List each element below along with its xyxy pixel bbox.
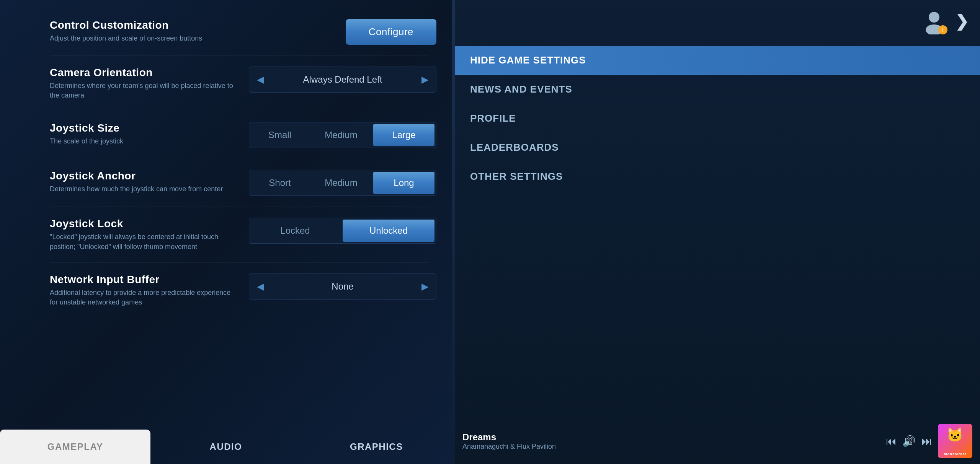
joystick-lock-title: Joystick Lock bbox=[50, 218, 249, 230]
camera-orientation-row: Camera Orientation Determines where your… bbox=[50, 56, 429, 111]
music-prev-button[interactable]: ⏮ bbox=[886, 435, 897, 448]
sidebar: ! ❯ HIDE GAME SETTINGS NEWS AND EVENTS P… bbox=[455, 0, 980, 464]
bottom-tabs: GAMEPLAY AUDIO GRAPHICS bbox=[0, 430, 452, 464]
joystick-anchor-long[interactable]: Long bbox=[373, 172, 434, 194]
joystick-anchor-short[interactable]: Short bbox=[249, 170, 310, 195]
network-input-buffer-desc: Additional latency to provide a more pre… bbox=[50, 288, 234, 307]
camera-orientation-prev[interactable] bbox=[249, 67, 271, 92]
joystick-size-small[interactable]: Small bbox=[249, 122, 310, 148]
monstercat-cat-icon: 🐱 bbox=[946, 427, 964, 443]
monstercat-logo-text: monstercat bbox=[944, 452, 967, 456]
sidebar-item-news-and-events[interactable]: NEWS AND EVENTS bbox=[455, 75, 980, 104]
music-controls: ⏮ 🔊 ⏭ bbox=[886, 435, 932, 448]
nav-forward-arrow[interactable]: ❯ bbox=[955, 12, 969, 31]
network-input-buffer-prev[interactable] bbox=[249, 274, 271, 299]
joystick-anchor-toggle: Short Medium Long bbox=[249, 170, 436, 196]
sidebar-item-hide-game-settings[interactable]: HIDE GAME SETTINGS bbox=[455, 46, 980, 75]
camera-orientation-next[interactable] bbox=[414, 67, 436, 92]
network-input-buffer-row: Network Input Buffer Additional latency … bbox=[50, 263, 429, 318]
music-title: Dreams bbox=[462, 432, 880, 443]
joystick-anchor-row: Joystick Anchor Determines how much the … bbox=[50, 159, 429, 207]
control-customization-title: Control Customization bbox=[50, 19, 249, 31]
joystick-size-toggle: Small Medium Large bbox=[249, 122, 436, 148]
notification-badge: ! bbox=[938, 25, 947, 34]
network-input-buffer-next[interactable] bbox=[414, 274, 436, 299]
sidebar-top: ! ❯ bbox=[455, 0, 980, 42]
camera-orientation-title: Camera Orientation bbox=[50, 67, 249, 79]
camera-orientation-desc: Determines where your team's goal will b… bbox=[50, 81, 234, 100]
joystick-lock-row: Joystick Lock "Locked" joystick will alw… bbox=[50, 207, 429, 262]
joystick-anchor-control: Short Medium Long bbox=[249, 170, 436, 196]
joystick-lock-desc: "Locked" joystick will always be centere… bbox=[50, 232, 234, 251]
joystick-size-control: Small Medium Large bbox=[249, 122, 436, 148]
joystick-anchor-desc: Determines how much the joystick can mov… bbox=[50, 184, 234, 194]
configure-button[interactable]: Configure bbox=[346, 19, 436, 45]
camera-orientation-label: Camera Orientation Determines where your… bbox=[50, 67, 249, 100]
joystick-lock-toggle: Locked Unlocked bbox=[249, 218, 436, 244]
control-customization-control: Configure bbox=[249, 19, 436, 45]
joystick-anchor-title: Joystick Anchor bbox=[50, 170, 249, 182]
sidebar-item-leaderboards[interactable]: LEADERBOARDS bbox=[455, 133, 980, 162]
sidebar-item-profile[interactable]: PROFILE bbox=[455, 104, 980, 133]
control-customization-label: Control Customization Adjust the positio… bbox=[50, 19, 249, 43]
joystick-size-desc: The scale of the joystick bbox=[50, 137, 234, 146]
joystick-size-large[interactable]: Large bbox=[373, 124, 434, 146]
joystick-size-title: Joystick Size bbox=[50, 122, 249, 134]
music-player: Dreams Anamanaguchi & Flux Pavilion ⏮ 🔊 … bbox=[455, 418, 980, 464]
network-input-buffer-label: Network Input Buffer Additional latency … bbox=[50, 274, 249, 307]
tab-audio[interactable]: AUDIO bbox=[150, 430, 301, 464]
control-customization-row: Control Customization Adjust the positio… bbox=[50, 15, 429, 56]
joystick-lock-unlocked[interactable]: Unlocked bbox=[343, 220, 434, 242]
tab-gameplay[interactable]: GAMEPLAY bbox=[0, 430, 150, 464]
network-input-buffer-value: None bbox=[271, 281, 414, 292]
music-volume-button[interactable]: 🔊 bbox=[902, 435, 916, 448]
camera-orientation-value: Always Defend Left bbox=[271, 74, 414, 85]
joystick-lock-control: Locked Unlocked bbox=[249, 218, 436, 244]
music-info: Dreams Anamanaguchi & Flux Pavilion bbox=[462, 432, 880, 451]
network-input-buffer-selector: None bbox=[249, 274, 436, 300]
joystick-lock-label: Joystick Lock "Locked" joystick will alw… bbox=[50, 218, 249, 251]
network-input-buffer-title: Network Input Buffer bbox=[50, 274, 249, 286]
joystick-size-row: Joystick Size The scale of the joystick … bbox=[50, 111, 429, 159]
network-input-buffer-control: None bbox=[249, 274, 436, 300]
monstercat-logo: 🐱 monstercat bbox=[938, 424, 972, 458]
panel-divider bbox=[452, 0, 455, 464]
main-panel: Control Customization Adjust the positio… bbox=[0, 0, 452, 464]
joystick-lock-locked[interactable]: Locked bbox=[249, 218, 341, 243]
control-customization-desc: Adjust the position and scale of on-scre… bbox=[50, 34, 234, 43]
sidebar-menu: HIDE GAME SETTINGS NEWS AND EVENTS PROFI… bbox=[455, 46, 980, 191]
camera-orientation-selector: Always Defend Left bbox=[249, 67, 436, 93]
camera-orientation-control: Always Defend Left bbox=[249, 67, 436, 93]
sidebar-item-other-settings[interactable]: OTHER SETTINGS bbox=[455, 162, 980, 191]
joystick-anchor-label: Joystick Anchor Determines how much the … bbox=[50, 170, 249, 194]
music-next-button[interactable]: ⏭ bbox=[921, 435, 932, 448]
joystick-size-label: Joystick Size The scale of the joystick bbox=[50, 122, 249, 146]
user-profile-wrapper: ! bbox=[921, 8, 947, 34]
svg-point-0 bbox=[929, 12, 939, 23]
joystick-anchor-medium[interactable]: Medium bbox=[310, 170, 372, 195]
joystick-size-medium[interactable]: Medium bbox=[310, 122, 372, 148]
music-artist: Anamanaguchi & Flux Pavilion bbox=[462, 443, 880, 451]
tab-graphics[interactable]: GRAPHICS bbox=[301, 430, 452, 464]
